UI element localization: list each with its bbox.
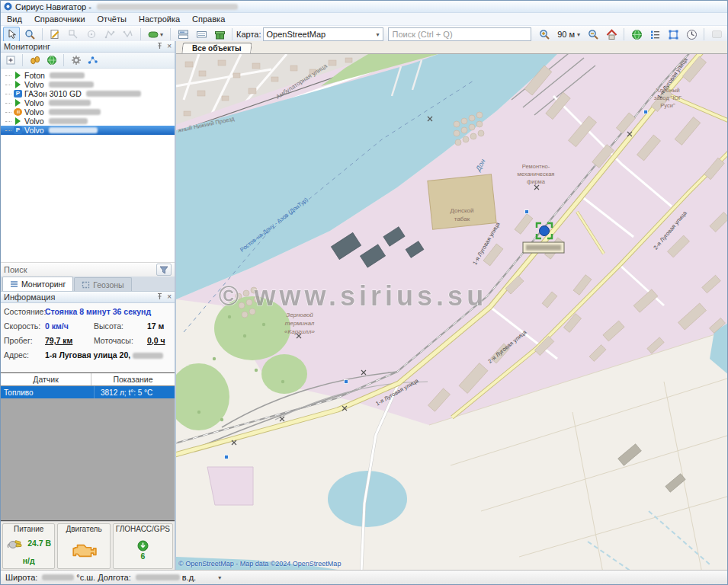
track-tool-button[interactable] — [65, 27, 82, 42]
longitude-units: в.д. — [182, 573, 196, 582]
value-column-header: Показание — [91, 373, 175, 385]
polygon-zone-button[interactable] — [101, 27, 118, 42]
status-filter-button[interactable]: ▾ — [145, 27, 166, 42]
app-icon — [4, 2, 12, 11]
redacted-vehicle-name — [49, 100, 91, 106]
map-tab-label: Все объекты — [192, 44, 242, 53]
vehicle-row[interactable]: Foton — [1, 71, 175, 80]
history-time-button[interactable] — [683, 27, 700, 42]
moving-status-icon — [14, 117, 22, 125]
panels-layout-button[interactable] — [175, 27, 191, 42]
tree-connector — [5, 94, 11, 94]
expand-all-button[interactable] — [3, 53, 18, 67]
route-history-button[interactable] — [85, 53, 100, 67]
zoom-out-button[interactable] — [585, 27, 601, 42]
route-zone-button[interactable] — [120, 27, 136, 42]
green-pill-icon — [148, 28, 160, 40]
vehicle-name: Foton — [24, 71, 45, 80]
find-object-button[interactable] — [27, 53, 42, 67]
engine-hours-label: Моточасы: — [94, 336, 136, 345]
menu-reports[interactable]: Отчёты — [91, 14, 133, 24]
zoom-tool-button[interactable] — [21, 27, 38, 42]
monitoring-panel-title: Мониторинг — [4, 42, 50, 51]
home-view-button[interactable] — [603, 27, 620, 42]
polygon-zone-icon — [104, 29, 115, 40]
objects-package-button[interactable] — [211, 27, 228, 42]
tree-connector — [5, 121, 11, 122]
sensor-row[interactable]: Топливо3812 л; t°: 5 °C — [1, 386, 175, 398]
toolbar-separator — [63, 54, 64, 66]
vehicle-row[interactable]: ГАЗон 3010 GD — [1, 89, 175, 98]
redacted-vehicle-name — [86, 91, 141, 97]
map-tab-all-objects[interactable]: Все объекты — [181, 43, 252, 53]
status-bar: Широта: °с.ш. Долгота: в.д. ▾ — [1, 570, 727, 584]
object-settings-button[interactable] — [69, 53, 83, 67]
moving-status-icon — [14, 99, 22, 107]
object-list-button[interactable] — [646, 27, 663, 42]
show-on-map-button[interactable] — [44, 53, 59, 67]
disabled-panel-icon — [711, 30, 723, 39]
menu-view[interactable]: Вид — [1, 14, 28, 24]
address-value: 1-я Луговая улица 20, — [45, 350, 172, 360]
zoom-in-button[interactable] — [536, 27, 553, 42]
engine-hours-value[interactable]: 0,0 ч — [136, 336, 172, 345]
fit-selection-button[interactable] — [665, 27, 681, 42]
pin-icon[interactable] — [156, 42, 163, 51]
svg-text:табак: табак — [454, 216, 470, 222]
expand-all-icon — [6, 56, 15, 65]
menu-settings[interactable]: Настройка — [133, 14, 186, 24]
tab-monitoring[interactable]: Мониторинг — [2, 277, 73, 291]
sensor-column-header: Датчик — [1, 373, 91, 385]
toolbar-separator — [140, 28, 141, 40]
menu-help[interactable]: Справка — [186, 14, 231, 24]
circle-zone-button[interactable] — [83, 27, 100, 42]
map-scale-select[interactable]: 90 м ▾ — [554, 27, 583, 41]
coords-format-dropdown[interactable]: ▾ — [218, 574, 221, 581]
filter-button[interactable] — [156, 264, 172, 276]
vehicle-row[interactable]: Volvo — [1, 117, 175, 126]
toolbar-separator — [232, 28, 233, 40]
vehicle-position-dot — [540, 226, 550, 236]
window-title: Сириус Навигатор - — [15, 2, 91, 11]
power-gauge: Питание 24.7 В н/д — [2, 523, 55, 569]
global-search-input[interactable] — [388, 27, 532, 41]
vehicle-row[interactable]: Volvo — [1, 80, 175, 89]
edit-object-button[interactable] — [47, 27, 63, 42]
vehicle-list[interactable]: FotonVolvoГАЗон 3010 GDVolvoVolvoVolvoVo… — [1, 69, 175, 262]
list-layout-button[interactable] — [193, 27, 210, 42]
mileage-value[interactable]: 79,7 км — [45, 336, 94, 345]
toolbar-separator — [704, 28, 704, 40]
sensor-table-empty-area — [1, 398, 175, 520]
dock-tabs: Мониторинг Геозоны — [1, 277, 175, 292]
map-provider-select[interactable]: OpenStreetMap ▾ — [263, 27, 383, 41]
moving-status-icon — [14, 72, 22, 79]
route-zone-icon — [123, 29, 133, 40]
pin-icon[interactable] — [156, 292, 163, 302]
dropdown-caret-icon: ▾ — [376, 31, 379, 38]
disabled-tool-button[interactable] — [708, 27, 725, 42]
map-canvas[interactable]: Амбулаторная улица жный Нижний Проезд До… — [176, 54, 727, 571]
show-all-objects-button[interactable] — [628, 27, 645, 42]
parked-status-icon — [14, 126, 22, 134]
vehicle-row[interactable]: Volvo — [1, 98, 175, 107]
tab-geozones[interactable]: Геозоны — [74, 277, 131, 291]
close-icon[interactable]: × — [167, 43, 172, 50]
pan-tool-button[interactable] — [3, 27, 20, 42]
menu-directories[interactable]: Справочники — [28, 14, 91, 24]
info-panel-title: Информация — [4, 292, 55, 302]
vehicle-row[interactable]: Volvo — [1, 107, 175, 117]
close-icon[interactable]: × — [167, 293, 172, 301]
panels-icon — [178, 29, 189, 40]
engine-gauge-label: Двигатель — [60, 525, 107, 533]
list-layout-icon — [196, 29, 207, 40]
power-plug-icon — [6, 536, 24, 550]
redacted-map-label-text — [526, 245, 561, 251]
funnel-icon — [159, 266, 168, 274]
sensor-table: Датчик Показание Топливо3812 л; t°: 5 °C — [1, 372, 175, 521]
redacted-latitude-value — [42, 574, 74, 580]
selection-frame-icon — [668, 29, 679, 40]
vehicle-row[interactable]: Volvo — [1, 126, 175, 135]
gear-icon — [71, 55, 82, 66]
monitoring-toolbar — [1, 53, 175, 69]
sensor-name: Топливо — [1, 386, 95, 398]
